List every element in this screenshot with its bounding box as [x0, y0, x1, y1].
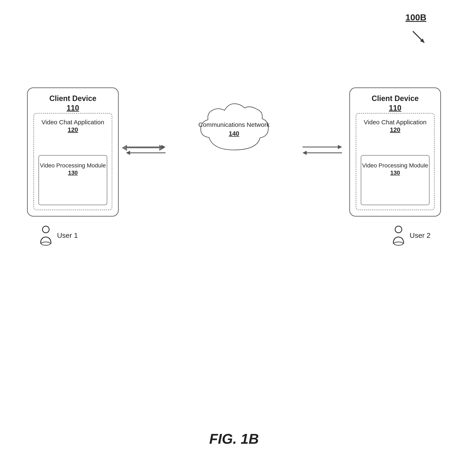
network-cloud: Communications Network 140 [194, 100, 274, 158]
right-device-title: Client Device [350, 94, 440, 103]
svg-marker-6 [126, 151, 130, 155]
left-vca-number: 120 [34, 126, 112, 133]
svg-point-11 [43, 226, 49, 233]
left-vpm-box: Video Processing Module 130 [39, 155, 107, 205]
right-vpm-number: 130 [361, 169, 429, 176]
left-vpm-number: 130 [39, 169, 107, 176]
right-device-number: 110 [350, 104, 440, 112]
network-title: Communications Network [198, 120, 270, 129]
right-user-label: User 2 [410, 231, 431, 239]
svg-point-12 [41, 242, 50, 245]
network-label: Communications Network 140 [198, 120, 270, 138]
left-device-title: Client Device [28, 94, 118, 103]
figure-caption: FIG. 1B [209, 431, 259, 447]
diagram-container: 100B Client Device 110 Video Chat Applic… [0, 0, 468, 476]
svg-marker-10 [303, 151, 307, 155]
left-client-device: Client Device 110 Video Chat Application… [27, 88, 119, 217]
svg-point-14 [394, 242, 403, 245]
svg-point-13 [395, 226, 402, 233]
right-user-section: User 2 [390, 225, 431, 246]
right-vpm-title: Video Processing Module [361, 161, 429, 169]
left-vca-title: Video Chat Application [34, 118, 112, 126]
right-arrow [296, 142, 348, 158]
left-arrow [120, 142, 172, 158]
svg-marker-2 [122, 145, 164, 151]
right-client-device: Client Device 110 Video Chat Application… [349, 88, 441, 217]
left-device-number: 110 [28, 104, 118, 112]
right-user-icon [390, 225, 407, 246]
left-user-label: User 1 [57, 231, 78, 239]
figure-id-arrow [411, 29, 427, 46]
right-vpm-box: Video Processing Module 130 [361, 155, 429, 205]
left-vca-box: Video Chat Application 120 Video Process… [33, 113, 112, 210]
right-vca-number: 120 [356, 126, 434, 133]
right-vca-title: Video Chat Application [356, 118, 434, 126]
left-vpm-title: Video Processing Module [39, 161, 107, 169]
svg-marker-8 [338, 145, 342, 149]
figure-id-label: 100B [406, 13, 426, 22]
left-user-icon [37, 225, 54, 246]
network-number: 140 [198, 129, 270, 138]
left-user-section: User 1 [37, 225, 78, 246]
right-vca-box: Video Chat Application 120 Video Process… [356, 113, 435, 210]
